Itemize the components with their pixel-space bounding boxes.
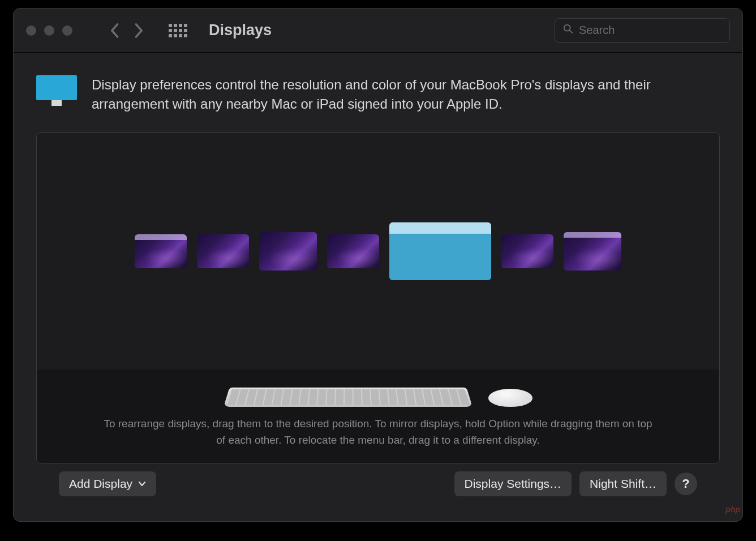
display-settings-label: Display Settings… [465, 477, 562, 491]
window-controls [26, 25, 72, 36]
peripherals-illustration [224, 382, 532, 407]
help-button[interactable]: ? [675, 473, 697, 495]
night-shift-label: Night Shift… [590, 477, 656, 491]
back-button[interactable] [104, 20, 124, 41]
footer-buttons: Add Display Display Settings… Night Shif… [36, 463, 720, 510]
display-thumbnail-4[interactable] [327, 234, 379, 268]
mouse-icon [488, 389, 532, 407]
add-display-label: Add Display [69, 477, 132, 491]
description-text: Display preferences control the resoluti… [92, 75, 720, 113]
show-all-button[interactable] [169, 24, 187, 37]
help-panel: To rearrange displays, drag them to the … [37, 370, 719, 463]
display-thumbnail-2[interactable] [197, 234, 249, 268]
nav-controls [104, 20, 149, 41]
system-preferences-window: Displays Display preferences control the… [13, 8, 743, 522]
display-icon [36, 75, 77, 105]
display-thumbnail-6[interactable] [501, 234, 553, 268]
display-thumbnail-3[interactable] [259, 232, 317, 270]
watermark: php [725, 505, 740, 514]
add-display-button[interactable]: Add Display [59, 471, 156, 496]
content-area: Display preferences control the resoluti… [14, 53, 742, 521]
help-text: To rearrange displays, drag them to the … [101, 416, 655, 448]
display-settings-button[interactable]: Display Settings… [454, 471, 572, 496]
close-window-button[interactable] [26, 25, 36, 36]
page-title: Displays [209, 22, 272, 39]
night-shift-button[interactable]: Night Shift… [579, 471, 667, 496]
display-thumbnail-1[interactable] [135, 234, 187, 268]
keyboard-icon [224, 388, 472, 407]
forward-button[interactable] [129, 20, 149, 41]
chevron-down-icon [138, 479, 146, 488]
titlebar: Displays [14, 8, 742, 53]
chevron-left-icon [109, 23, 119, 38]
search-input[interactable] [579, 24, 722, 37]
arrangement-area: To rearrange displays, drag them to the … [36, 132, 720, 463]
search-field[interactable] [555, 18, 730, 43]
search-icon [563, 24, 573, 37]
chevron-right-icon [134, 23, 144, 38]
description-row: Display preferences control the resoluti… [36, 75, 720, 113]
svg-line-1 [570, 31, 573, 33]
zoom-window-button[interactable] [62, 25, 72, 36]
minimize-window-button[interactable] [44, 25, 54, 36]
svg-point-0 [564, 25, 570, 31]
display-thumbnail-main[interactable] [389, 222, 491, 280]
displays-canvas[interactable] [37, 133, 719, 370]
display-thumbnail-7[interactable] [564, 232, 621, 270]
